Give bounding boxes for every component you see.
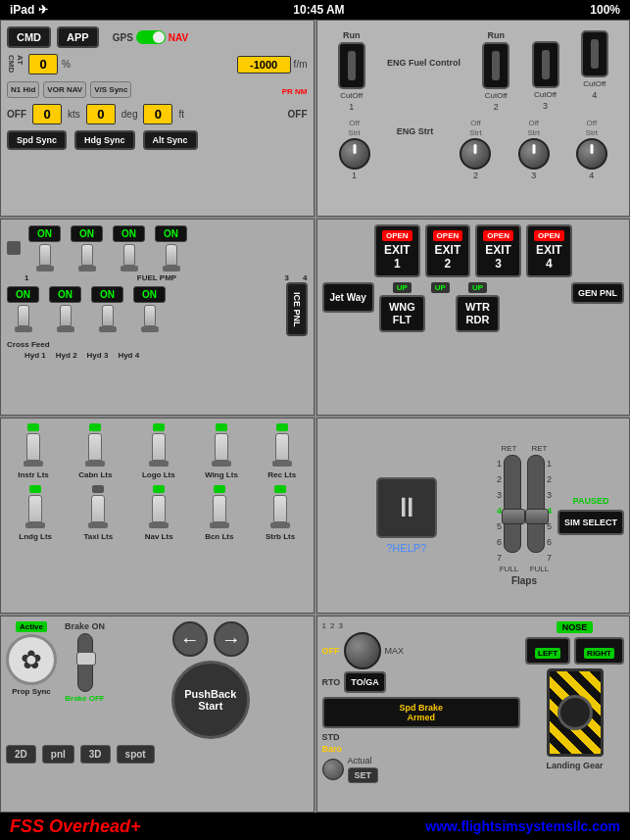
deg-label: deg (121, 109, 138, 120)
pr-nm-label: PR NM (282, 87, 308, 96)
prop-sync-label: Prop Sync (12, 687, 51, 696)
wing-lts-label: Wing Lts (205, 470, 238, 479)
panel-engine: Run CutOff 1 ENG Fuel Control Run CutOff… (316, 20, 631, 217)
set-button[interactable]: SET (348, 767, 379, 783)
right-gear-button[interactable]: RIGHT (574, 637, 624, 665)
cabn-lts-toggle[interactable]: Cabn Lts (78, 423, 112, 479)
baro-label: Baro (322, 744, 521, 754)
footer-right-text: www.flightsimsystemsllc.com (425, 818, 620, 834)
panel-exit: OPEN EXIT1 OPEN EXIT2 OPEN EXIT3 OPEN EX… (316, 219, 631, 416)
eng3-fuel-switch[interactable] (532, 41, 559, 88)
panel-gear: 1 2 3 OFF MAX RTO TO/GA Spd Brake Armed (316, 616, 631, 813)
hyd4-bot-toggle[interactable]: ON (133, 286, 166, 332)
rto-knob[interactable] (344, 632, 381, 669)
strb-lts-toggle[interactable]: Strb Lts (266, 485, 295, 541)
fuel-pmp-num3: 3 (285, 273, 289, 282)
exit3-button[interactable]: OPEN EXIT3 (475, 224, 521, 277)
eng3-start-knob[interactable] (518, 138, 550, 170)
lndg-lts-toggle[interactable]: Lndg Lts (19, 485, 52, 541)
gps-toggle[interactable] (136, 30, 166, 44)
cabn-lts-indicator (89, 423, 101, 431)
exit3-open-badge: OPEN (483, 230, 513, 241)
instr-lts-toggle[interactable]: Instr Lts (18, 423, 49, 479)
pushback-right-button[interactable]: → (214, 621, 249, 657)
exit2-button[interactable]: OPEN EXIT2 (425, 224, 471, 277)
run1-label: Run (343, 30, 361, 40)
footer-left-text: FSS Overhead+ (10, 816, 141, 837)
hdg-sync-button[interactable]: Hdg Sync (74, 130, 135, 150)
footer: FSS Overhead+ www.flightsimsystemsllc.co… (0, 813, 630, 840)
run2-label: Run (487, 30, 505, 40)
view-2d-button[interactable]: 2D (6, 745, 36, 764)
eng1-fuel-switch[interactable] (338, 42, 365, 89)
to-ga-button[interactable]: TO/GA (344, 671, 385, 693)
help-label[interactable]: ?HELP? (386, 542, 426, 554)
deg-display: 0 (86, 104, 116, 124)
rto-num2: 2 (330, 621, 334, 630)
spd-brake-display: Spd Brake Armed (322, 697, 521, 728)
taxi-lts-label: Taxi Lts (84, 532, 114, 541)
hyd2-bot-toggle[interactable]: ON (49, 286, 81, 332)
view-3d-button[interactable]: 3D (80, 745, 111, 764)
view-spot-button[interactable]: spot (117, 745, 155, 764)
eng4-fuel-switch[interactable] (581, 30, 608, 77)
rec-lts-toggle[interactable]: Rec Lts (267, 423, 296, 479)
exit4-button[interactable]: OPEN EXIT4 (526, 224, 572, 277)
taxi-lts-toggle[interactable]: Taxi Lts (84, 485, 114, 541)
panel-lights: Instr Lts Cabn Lts Logo Lts Wing Lts Rec (0, 418, 315, 615)
pause-button[interactable]: ⏸ (376, 477, 437, 538)
wng-flt-button[interactable]: WNGFLT (379, 295, 425, 332)
hyd3-bot-toggle[interactable]: ON (91, 286, 123, 332)
gps-label: GPS (113, 32, 133, 43)
hyd1-top-toggle[interactable]: ON (28, 225, 61, 272)
eng-strt-label-col: ENG Strt (397, 119, 434, 180)
landing-gear-tire (547, 668, 604, 757)
hyd2-top-toggle[interactable]: ON (71, 225, 103, 272)
exit1-button[interactable]: OPEN EXIT1 (374, 224, 420, 277)
prop-sync-button[interactable]: ✿ (6, 634, 57, 685)
left-gear-button[interactable]: LEFT (525, 637, 570, 665)
pushback-start-button[interactable]: PushBack Start (171, 661, 250, 739)
rec-lts-label: Rec Lts (267, 470, 296, 479)
hyd4-top-toggle[interactable]: ON (155, 225, 187, 272)
jetway-button[interactable]: Jet Way (322, 282, 374, 313)
eng4-start-knob[interactable] (576, 138, 607, 170)
instr-lts-label: Instr Lts (18, 470, 49, 479)
eng1-start-knob[interactable] (339, 138, 370, 170)
panel-flaps: ⏸ ?HELP? RET 1234567 FULL (316, 418, 631, 615)
crossfeed-label: Cross Feed (7, 340, 50, 349)
brake-off-label: Brake OFF (65, 694, 104, 703)
baro-knob[interactable] (322, 759, 344, 780)
eng2-start-knob[interactable] (460, 138, 491, 170)
brake-slider[interactable] (77, 633, 93, 692)
nose-badge: NOSE (557, 621, 594, 633)
at-cmd-label: ATCMD (7, 55, 24, 73)
panel-hydraulics: ON ON ON ON 1 FUEL PMP (0, 219, 315, 416)
logo-lts-toggle[interactable]: Logo Lts (142, 423, 175, 479)
wing-lts-toggle[interactable]: Wing Lts (205, 423, 238, 479)
ice-pnl-button[interactable]: ICE PNL (286, 282, 308, 337)
actual-label: Actual (348, 756, 379, 766)
bcn-lts-toggle[interactable]: Bcn Lts (205, 485, 233, 541)
hyd3-top-toggle[interactable]: ON (113, 225, 145, 272)
nav-lts-toggle[interactable]: Nav Lts (145, 485, 173, 541)
kts-label: kts (68, 109, 80, 120)
rec-lts-indicator (276, 423, 288, 431)
exit3-text: EXIT3 (485, 243, 511, 272)
wtr-rdr-button[interactable]: WTRRDR (456, 295, 500, 332)
hyd4-label: Hyd 4 (118, 351, 139, 360)
spd-sync-button[interactable]: Spd Sync (7, 130, 67, 150)
cmd-button[interactable]: CMD (7, 26, 51, 48)
sim-select-button[interactable]: SIM SELECT (557, 510, 624, 535)
hyd3-on-label: ON (113, 225, 145, 242)
eng4-start-col: Off Strt 4 (576, 119, 607, 180)
gen-pnl-button[interactable]: GEN PNL (571, 282, 624, 304)
view-pnl-button[interactable]: pnl (42, 745, 74, 764)
rto-num1: 1 (322, 621, 326, 630)
hyd1-bot-toggle[interactable]: ON (7, 286, 39, 332)
eng2-fuel-switch[interactable] (482, 42, 509, 89)
alt-sync-button[interactable]: Alt Sync (143, 130, 198, 150)
ft-display: 0 (143, 104, 172, 124)
app-button[interactable]: APP (57, 26, 99, 48)
pushback-left-button[interactable]: ← (172, 621, 208, 657)
